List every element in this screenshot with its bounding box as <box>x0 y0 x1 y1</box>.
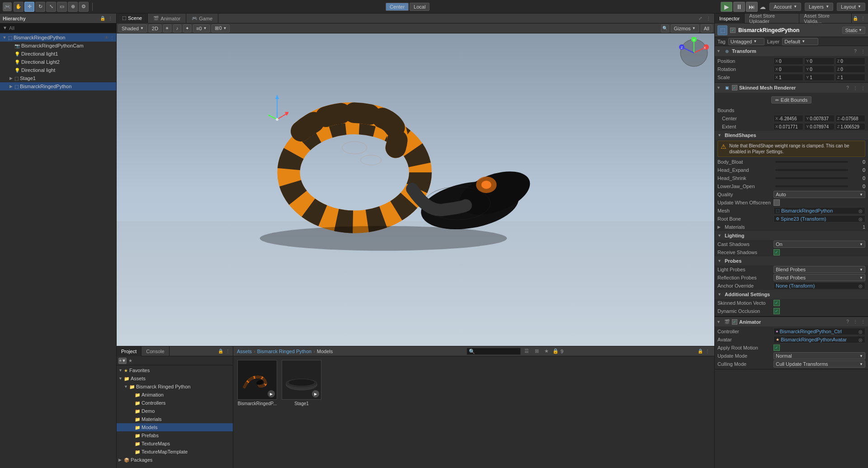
pt-texturetemplate[interactable]: 📁 TextureMapTemplate <box>117 448 233 456</box>
asset-play-stage1[interactable]: ▶ <box>312 390 319 397</box>
layer-dropdown[interactable]: Default ▼ <box>782 38 818 45</box>
apply-root-motion-checkbox[interactable]: ✓ <box>774 345 780 351</box>
controller-ref[interactable]: ● BismarckRingedPython_Ctrl ◎ <box>774 328 865 335</box>
controller-select[interactable]: ◎ <box>858 329 863 334</box>
anchor-override-ref[interactable]: None (Transform) ◎ <box>774 282 865 289</box>
tab-asset-store-validator[interactable]: Asset Store Valida... <box>799 14 852 24</box>
rect-tool[interactable]: ▭ <box>57 2 67 12</box>
scale-x-field[interactable]: X 1 <box>774 74 803 81</box>
breadcrumb-assets[interactable]: Assets <box>237 349 252 354</box>
mesh-ref-select[interactable]: ◎ <box>858 208 863 213</box>
grid-dropdown[interactable]: ⊞0 ▼ <box>212 24 230 33</box>
layout-dropdown[interactable]: Layout ▼ <box>837 3 865 11</box>
anchor-override-select[interactable]: ◎ <box>858 283 863 288</box>
skinned-mesh-checkbox[interactable]: ✓ <box>732 85 737 90</box>
pt-demo[interactable]: 📁 Demo <box>117 407 233 415</box>
static-dropdown[interactable]: Static ▼ <box>842 27 865 34</box>
pt-models[interactable]: 📁 Models <box>117 423 233 431</box>
blendshapes-section-header[interactable]: ▼ BlendShapes <box>715 131 868 140</box>
lighting-section-header[interactable]: ▼ Lighting <box>715 231 868 240</box>
audio-btn[interactable]: ♪ <box>173 24 181 33</box>
center-y-field[interactable]: Y 0.007837 <box>804 115 834 122</box>
pt-materials[interactable]: 📁 Materials <box>117 415 233 423</box>
project-lock-icon[interactable]: 🔒 <box>217 348 224 355</box>
hierarchy-search-bar[interactable]: ▼ <box>0 24 116 33</box>
h-more-icon[interactable]: ⋮ <box>110 35 114 40</box>
probes-section-header[interactable]: ▼ Probes <box>715 256 868 265</box>
pos-x-field[interactable]: X 0 <box>774 57 803 65</box>
h-item-light1[interactable]: 💡 Directional light1 <box>0 50 116 58</box>
dynamic-occlusion-checkbox[interactable]: ✓ <box>774 308 780 314</box>
tab-asset-store-uploader[interactable]: Asset Store Uploader <box>745 14 799 24</box>
h-item-stage1[interactable]: ▶ ⬚ Stage1 <box>0 74 116 82</box>
asset-item-bismarck[interactable]: ▶ BismarckRingedP... <box>237 360 278 406</box>
pos-y-field[interactable]: Y 0 <box>804 57 834 65</box>
ab-menu-icon[interactable]: ⋮ <box>704 348 711 355</box>
hierarchy-menu-icon[interactable]: ⋮ <box>107 15 113 22</box>
pt-assets[interactable]: ▼ 📁 Assets <box>117 374 233 383</box>
asset-play-bismarck[interactable]: ▶ <box>268 390 275 397</box>
pt-animation[interactable]: 📁 Animation <box>117 391 233 399</box>
scene-maximize-icon[interactable]: ⤢ <box>697 15 703 22</box>
h-item-bismarck-root[interactable]: ▼ ⬚ BismarckRingedPython 👁 ⋮ <box>0 33 116 42</box>
rotate-tool[interactable]: ↻ <box>35 2 45 12</box>
root-bone-ref[interactable]: ⚙ Spine23 (Transform) ◎ <box>774 215 865 222</box>
receive-shadows-checkbox[interactable]: ✓ <box>774 249 780 255</box>
scale-y-field[interactable]: Y 1 <box>804 74 834 81</box>
tab-animator[interactable]: 🎬 Animator <box>148 14 186 24</box>
transform-header[interactable]: ▼ ⊕ Transform ? ⋮ <box>715 46 868 56</box>
light-probes-dropdown[interactable]: Blend Probes ▼ <box>774 266 865 273</box>
skinned-mesh-more-icon[interactable]: ⋮ <box>860 85 866 91</box>
animator-header[interactable]: ▼ 🎬 ✓ Animator ? ⋮ ⋮ <box>715 317 868 326</box>
pt-texturemaps[interactable]: 📁 TextureMaps <box>117 440 233 448</box>
lower-jaw-slider[interactable] <box>775 185 848 187</box>
asset-item-stage1[interactable]: ▶ Stage1 <box>281 360 322 406</box>
account-dropdown[interactable]: Account ▼ <box>769 3 801 11</box>
rot-y-field[interactable]: Y 0 <box>804 66 834 73</box>
ab-star-icon[interactable]: ★ <box>542 347 551 355</box>
pt-bismarck[interactable]: ▼ 📁 Bismarck Ringed Python <box>117 383 233 391</box>
center-z-field[interactable]: Z -0.07568 <box>835 115 865 122</box>
object-active-checkbox[interactable]: ✓ <box>730 28 736 33</box>
transform-tool[interactable]: ⊕ <box>68 2 78 12</box>
avatar-select[interactable]: ◎ <box>858 337 863 342</box>
tab-game[interactable]: 🎮 Game <box>186 14 218 24</box>
animator-checkbox[interactable]: ✓ <box>732 319 737 325</box>
pt-prefabs[interactable]: 📁 Prefabs <box>117 431 233 440</box>
orientation-gizmo[interactable]: X Y Z <box>678 37 710 69</box>
quality-dropdown[interactable]: Auto ▼ <box>774 191 865 198</box>
tab-inspector[interactable]: Inspector <box>715 14 745 24</box>
head-shrink-slider[interactable] <box>775 177 848 179</box>
rot-x-field[interactable]: X 0 <box>774 66 803 73</box>
effects-btn[interactable]: ✦ <box>183 24 191 33</box>
transform-settings-icon[interactable]: ⋮ <box>860 48 866 54</box>
culling-mode-dropdown[interactable]: Cull Update Transforms ▼ <box>774 360 865 368</box>
step-button[interactable]: ⏭ <box>746 2 758 12</box>
pivot-local-btn[interactable]: Local <box>410 3 429 11</box>
ab-grid-icon[interactable]: ⊞ <box>533 347 541 355</box>
layers-dropdown[interactable]: Layers ▼ <box>805 3 833 11</box>
ab-lock-icon[interactable]: 🔒 <box>697 348 703 355</box>
scale-tool[interactable]: ⤡ <box>46 2 56 12</box>
custom-tool[interactable]: ⚙ <box>79 2 89 12</box>
hand-tool[interactable]: ✋ <box>14 2 24 12</box>
additional-settings-section[interactable]: ▼ Additional Settings <box>715 290 868 299</box>
h-item-light2[interactable]: 💡 Directional Light2 <box>0 58 116 66</box>
tab-console[interactable]: Console <box>142 346 169 356</box>
h-item-cam[interactable]: 📷 BismarckRingedPythonCam <box>0 42 116 50</box>
pt-packages[interactable]: ▶ 📦 Packages <box>117 456 233 464</box>
gizmos-dropdown[interactable]: Gizmos ▼ <box>671 24 699 33</box>
extent-y-field[interactable]: Y 0.078974 <box>804 123 834 130</box>
pos-z-field[interactable]: Z 0 <box>835 57 865 65</box>
pt-favorites[interactable]: ▼ ★ Favorites <box>117 366 233 374</box>
scene-menu-icon[interactable]: ⋮ <box>705 15 712 22</box>
play-button[interactable]: ▶ <box>721 2 732 12</box>
pivot-center-btn[interactable]: Center <box>386 3 409 11</box>
center-x-field[interactable]: X -6.28456 <box>774 115 803 122</box>
scale-z-field[interactable]: Z 1 <box>835 74 865 81</box>
inspector-lock-icon[interactable]: 🔒 <box>852 16 859 21</box>
project-menu-icon[interactable]: ⋮ <box>225 348 231 355</box>
head-expand-slider[interactable] <box>775 169 848 171</box>
extent-z-field[interactable]: Z 1.006529 <box>835 123 865 130</box>
h-item-python[interactable]: ▶ ⬚ BismarckRingedPython <box>0 82 116 90</box>
